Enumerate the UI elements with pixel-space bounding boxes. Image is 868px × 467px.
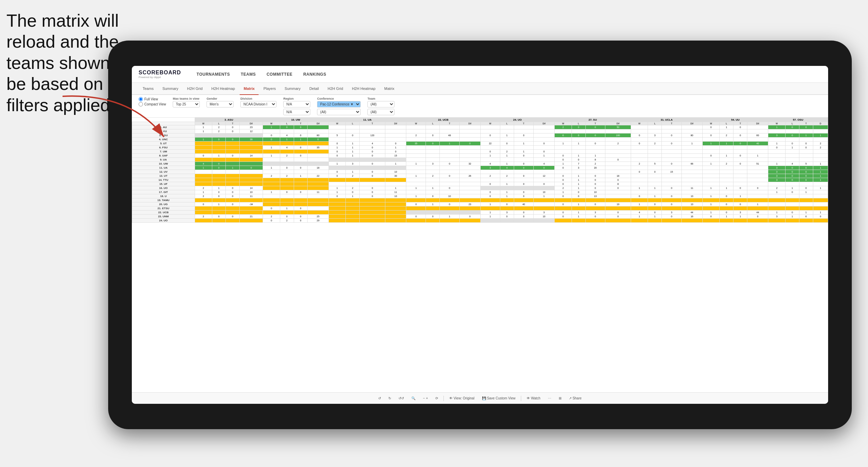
full-view-label: Full View [144, 97, 158, 101]
table-row: 13. UT 22122 02030 12026 22012 01018 300… [132, 174, 828, 178]
redo-icon: ↻ [388, 396, 391, 400]
table-row: 4. UNC 10036 0110 [132, 138, 828, 142]
col-header-osu: 57. OSU [768, 118, 828, 122]
view-original-label: View: Original [454, 396, 475, 400]
gender-select[interactable]: Men's Women's [207, 101, 234, 107]
toolbar-divider2 [521, 396, 521, 401]
table-row: 15. UF 0100 0108 [132, 182, 828, 186]
view-original-button[interactable]: 👁 View: Original [447, 396, 477, 401]
table-row: 1. AU 12023 100 20050 010 100 [132, 125, 828, 129]
share-label: Share [573, 396, 582, 400]
col-dif-asu: Dif [240, 122, 263, 125]
sub-nav-matrix2[interactable]: Matrix [380, 83, 399, 95]
compact-view-input[interactable] [139, 102, 143, 106]
more-icon: ⋯ [548, 396, 551, 400]
compact-view-radio[interactable]: Compact View [139, 102, 166, 106]
col-header-ucla: 31. UCLA [631, 118, 702, 122]
matrix-table: 3. ASU 10. UW 11. UA 22. UCB 24. UO 27. … [132, 118, 828, 223]
col-w-asu: W [195, 122, 212, 125]
table-row: 9. UA 0080 [132, 158, 828, 162]
table-row: 22. UCB 1303 0130 40344 10344 1011 [132, 211, 828, 215]
tablet-device: SCOREBOARD Powered by clippd TOURNAMENTS… [108, 41, 852, 429]
gender-filter: Gender Men's Women's [207, 97, 234, 107]
table-row: 21. ETSU 010 [132, 206, 828, 211]
max-teams-select[interactable]: Top 25 Top 50 All [173, 101, 200, 107]
nav-teams[interactable]: TEAMS [235, 66, 261, 83]
sub-nav-summary2[interactable]: Summary [281, 83, 305, 95]
watch-label: Watch [531, 396, 540, 400]
sub-nav-players[interactable]: Players [259, 83, 280, 95]
table-row: 14. TTU 0100 3001 [132, 178, 828, 182]
conference-select2[interactable]: (All) [317, 109, 361, 115]
team-select[interactable]: (All) [367, 101, 394, 107]
logo-title: SCOREBOARD [139, 70, 181, 76]
redo-button[interactable]: ↻ [386, 396, 393, 401]
col-header-ua: 11. UA [329, 118, 406, 122]
logo-subtitle: Powered by clippd [139, 76, 181, 79]
matrix-content: 3. ASU 10. UW 11. UA 22. UCB 24. UO 27. … [132, 118, 828, 401]
sub-nav-summary[interactable]: Summary [158, 83, 182, 95]
main-nav-bar: SCOREBOARD Powered by clippd TOURNAMENTS… [132, 66, 828, 83]
share-icon: ↗ [569, 396, 572, 400]
sub-nav-matrix[interactable]: Matrix [240, 83, 259, 95]
col-header-uw: 10. UW [263, 118, 329, 122]
more-button[interactable]: ⋯ [546, 396, 553, 401]
table-row: 5. UT 0140 35010 22010 1102 0201 11040 1… [132, 142, 828, 146]
region-select2[interactable]: N/A [283, 109, 310, 115]
sub-nav-h2h-heatmap2[interactable]: H2H Heatmap [348, 83, 380, 95]
logo-area: SCOREBOARD Powered by clippd [139, 70, 181, 79]
save-icon: 💾 [482, 396, 486, 400]
division-label: Division [240, 97, 276, 100]
table-row: 2. VU 12012 [132, 129, 828, 133]
sub-nav-h2h-heatmap[interactable]: H2H Heatmap [207, 83, 239, 95]
max-teams-filter: Max teams in view Top 25 Top 50 All [173, 97, 200, 107]
main-navigation: TOURNAMENTS TEAMS COMMITTEE RANKINGS [191, 66, 332, 83]
save-custom-button[interactable]: 💾 Save Custom View [480, 396, 517, 401]
zoom-controls[interactable]: − + [421, 396, 430, 401]
table-row: 12. UV 01010 0015 3001 [132, 170, 828, 174]
share-button[interactable]: ↗ Share [567, 396, 584, 401]
sub-nav-h2h-grid2[interactable]: H2H Grid [323, 83, 347, 95]
sub-nav-h2h-grid[interactable]: H2H Grid [183, 83, 207, 95]
zoom-minus-icon: − [423, 396, 425, 400]
region-filter: Region N/A East West N/A [283, 97, 310, 115]
table-row: 18. U 20011 01010 1010 0101 0013 01013 1… [132, 194, 828, 198]
col-l-asu: L [212, 122, 226, 125]
table-row: 10. UW 40 1301 13032 4104 172 25066 1205… [132, 162, 828, 166]
nav-rankings[interactable]: RANKINGS [298, 66, 332, 83]
team-select2[interactable]: (All) [367, 109, 394, 115]
col-header-ucb: 22. UCB [406, 118, 480, 122]
table-row: 3. ASU 04080 50120 2048 010 600160 03080… [132, 133, 828, 138]
grid-button[interactable]: ⊞ [557, 396, 563, 401]
compact-view-label: Compact View [144, 102, 166, 106]
watch-button[interactable]: 👁 Watch [525, 396, 542, 401]
eye-icon: 👁 [449, 396, 453, 400]
bottom-toolbar: ↺ ↻ ↺↺ 🔍 − + ⟳ 👁 View: Original [132, 392, 828, 404]
division-filter: Division NCAA Division I NCAA Division I… [240, 97, 276, 107]
col-header-uu: 54. UU [702, 118, 768, 122]
region-select[interactable]: N/A East West [283, 101, 310, 107]
undo-button[interactable]: ↺ [376, 396, 383, 401]
nav-tournaments[interactable]: TOURNAMENTS [191, 66, 236, 83]
sub-nav-teams[interactable]: Teams [139, 83, 158, 95]
full-view-input[interactable] [139, 97, 143, 101]
reset-button[interactable]: ↺↺ [396, 396, 406, 401]
max-teams-label: Max teams in view [173, 97, 200, 100]
table-row: 7. UM 0100 0210 [132, 150, 828, 154]
nav-committee[interactable]: COMMITTEE [261, 66, 298, 83]
refresh-button[interactable]: ⟳ [433, 396, 440, 401]
conference-select[interactable]: Pac-12 Conference ▼ (All) [317, 101, 361, 107]
sub-nav-detail[interactable]: Detail [305, 83, 323, 95]
filters-bar: Full View Compact View Max teams in view… [132, 95, 828, 118]
zoom-out-button[interactable]: 🔍 [409, 396, 417, 401]
table-row: 20. UG 010-34 01023 1040 01019 10013 100… [132, 202, 828, 206]
full-view-radio[interactable]: Full View [139, 97, 166, 101]
team-label: Team [367, 97, 394, 100]
division-select[interactable]: NCAA Division I NCAA Division II NCAA Di… [240, 101, 276, 107]
col-header-asu: 3. ASU [195, 118, 263, 122]
view-radio-group: Full View Compact View [139, 97, 166, 106]
sub-header-row: WLTDif WLTDif WLTDif WLTDif WLTDif WLTDi… [132, 122, 828, 125]
conference-filter: Conference Pac-12 Conference ▼ (All) (Al… [317, 97, 361, 115]
gender-label: Gender [207, 97, 234, 100]
zoom-level: + [426, 396, 428, 400]
